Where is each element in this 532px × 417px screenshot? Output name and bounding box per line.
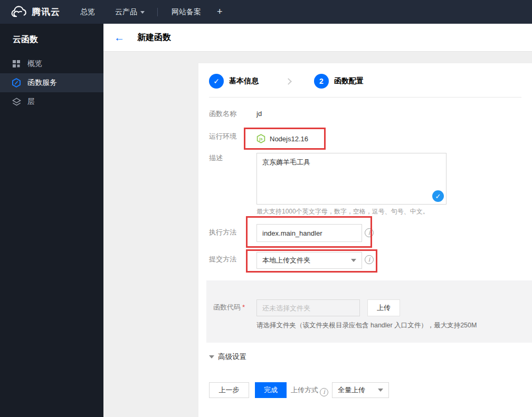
chevron-down-icon <box>140 11 145 14</box>
tencent-cloud-logo[interactable]: 腾讯云 <box>10 6 60 18</box>
navbar-divider <box>157 8 158 16</box>
page-header: ← 新建函数 <box>103 24 532 52</box>
nodejs-icon: js <box>256 134 265 143</box>
nav-item-icp[interactable]: 网站备案 <box>172 7 201 17</box>
handler-label: 执行方法 <box>209 227 236 238</box>
step1-done-circle: ✓ <box>209 74 224 89</box>
handler-info-icon[interactable]: i <box>365 228 374 237</box>
submit-method-info-icon[interactable]: i <box>365 255 374 264</box>
step1-label: 基本信息 <box>229 76 259 86</box>
svg-text:js: js <box>259 137 262 141</box>
upload-mode-dropdown[interactable]: 全量上传 <box>332 382 389 398</box>
function-code-hint: 请选择文件夹（该文件夹根目录应包含 handler 入口文件），最大支持250M <box>256 321 477 330</box>
submit-method-dropdown[interactable]: 本地上传文件夹 <box>256 252 362 269</box>
nav-item-overview[interactable]: 总览 <box>80 7 95 17</box>
required-asterisk: * <box>242 303 245 311</box>
chevron-right-icon <box>285 78 292 85</box>
check-icon: ✓ <box>213 77 220 85</box>
valid-check-badge: ✓ <box>432 190 444 202</box>
layers-icon <box>12 97 21 106</box>
upload-button[interactable]: 上传 <box>367 299 400 316</box>
folder-path-input[interactable] <box>256 299 360 316</box>
submit-method-value: 本地上传文件夹 <box>262 256 310 265</box>
runtime-value: Nodejs12.16 <box>270 135 308 143</box>
step-indicator: ✓ 基本信息 2 函数配置 <box>209 74 364 89</box>
submit-method-label: 提交方法 <box>209 254 236 265</box>
description-hint: 最大支持1000个英文字母，数字，空格，逗号、句号、中文。 <box>256 207 429 216</box>
sidebar-item-overview[interactable]: 概览 <box>0 54 103 73</box>
description-label: 描述 <box>209 153 223 163</box>
sidebar: 云函数 概览 函数服务 层 <box>0 24 103 417</box>
page-title: 新建函数 <box>137 32 171 43</box>
advanced-settings-toggle[interactable]: 高级设置 <box>209 352 246 362</box>
grid-icon <box>12 59 21 69</box>
triangle-down-icon <box>209 355 214 358</box>
content-area: ✓ 基本信息 2 函数配置 函数名称 jd 运行环境 js Nodejs12.1… <box>103 52 532 417</box>
finish-button[interactable]: 完成 <box>255 382 287 398</box>
sidebar-title: 云函数 <box>0 24 103 54</box>
sidebar-item-label: 层 <box>27 97 35 106</box>
upload-mode-info-icon[interactable]: i <box>320 388 328 396</box>
top-navbar: 腾讯云 总览 云产品 网站备案 + <box>0 0 532 24</box>
nav-item-products[interactable]: 云产品 <box>115 7 145 17</box>
check-icon: ✓ <box>435 192 441 200</box>
add-tab-button[interactable]: + <box>217 6 223 17</box>
function-code-label: 函数代码* <box>213 303 245 312</box>
function-name-value: jd <box>256 109 262 119</box>
sidebar-item-function-service[interactable]: 函数服务 <box>0 73 103 92</box>
function-name-label: 函数名称 <box>209 109 236 119</box>
runtime-label: 运行环境 <box>209 131 236 142</box>
previous-step-button[interactable]: 上一步 <box>209 382 249 398</box>
caret-down-icon <box>351 259 356 262</box>
advanced-settings-label: 高级设置 <box>218 352 246 362</box>
cloud-logo-icon <box>10 6 27 18</box>
runtime-value-row: js Nodejs12.16 <box>256 133 308 144</box>
brand-name: 腾讯云 <box>32 6 60 18</box>
step2-number-circle: 2 <box>314 74 329 89</box>
upload-mode-label: 上传方式i <box>291 382 328 398</box>
sidebar-item-layers[interactable]: 层 <box>0 92 103 111</box>
divider <box>209 97 521 98</box>
new-function-card: ✓ 基本信息 2 函数配置 函数名称 jd 运行环境 js Nodejs12.1… <box>198 63 532 417</box>
upload-mode-value: 全量上传 <box>338 385 365 395</box>
function-hexagon-icon <box>12 78 21 88</box>
description-textarea[interactable]: 京东薅羊毛工具 <box>256 153 446 205</box>
back-arrow-icon[interactable]: ← <box>114 32 125 43</box>
sidebar-item-label: 函数服务 <box>27 78 57 88</box>
handler-input[interactable] <box>256 224 362 242</box>
sidebar-item-label: 概览 <box>27 59 42 69</box>
caret-down-icon <box>378 389 383 392</box>
step2-label: 函数配置 <box>334 76 364 86</box>
